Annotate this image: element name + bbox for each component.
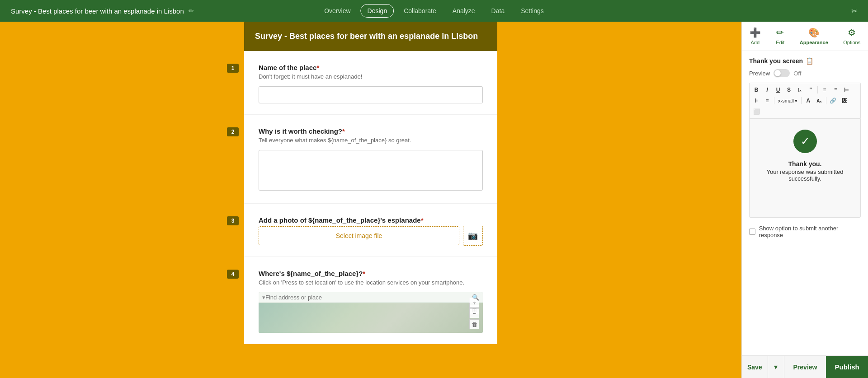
nav-collaborate[interactable]: Collaborate <box>397 5 443 17</box>
appearance-icon: 🎨 <box>808 27 820 38</box>
clipboard-icon: 📋 <box>806 57 813 65</box>
required-star-1: * <box>316 64 319 71</box>
survey-title-text: Survey - Best places for beer with an es… <box>11 7 184 15</box>
align-center-button[interactable]: ⊧ <box>751 96 761 106</box>
top-navigation: Survey - Best places for beer with an es… <box>0 0 868 22</box>
preview-label: Preview <box>749 70 770 77</box>
preview-toggle[interactable] <box>774 69 790 77</box>
toolbar-options[interactable]: ⚙ Options <box>838 25 866 47</box>
map-trash-icon[interactable]: 🗑 <box>469 319 479 329</box>
question-1-hint: Don't forget: it must have an esplanade! <box>259 73 483 80</box>
embed-button[interactable]: ⬜ <box>751 107 761 117</box>
preview-box: ✓ Thank you. Your response was submitted… <box>749 118 861 218</box>
options-icon: ⚙ <box>848 27 856 38</box>
map-dropdown-icon: ▾ <box>262 294 265 301</box>
preview-button[interactable]: Preview <box>784 356 826 378</box>
nav-analyze[interactable]: Analyze <box>446 5 481 17</box>
save-button[interactable]: Save <box>742 364 768 371</box>
toolbar-edit[interactable]: ✏ Edit <box>770 25 790 47</box>
question-1-label: Name of the place* <box>259 64 483 71</box>
off-label: Off <box>793 70 801 77</box>
appearance-label: Appearance <box>800 40 828 45</box>
question-4-label: Where's ${name_of_the_place}?* <box>259 270 483 277</box>
nav-overview[interactable]: Overview <box>318 5 357 17</box>
thankyou-line2: Your response was submitted successfully… <box>757 168 853 182</box>
map-toolbar: ▾ 🔍 <box>259 292 483 303</box>
map-background <box>259 303 483 333</box>
main-layout: Survey - Best places for beer with an es… <box>0 22 868 378</box>
required-star-3: * <box>421 216 424 224</box>
toggle-knob <box>774 70 781 76</box>
survey-wrapper: Survey - Best places for beer with an es… <box>244 22 497 344</box>
edit-title-icon[interactable]: ✏ <box>189 7 194 14</box>
submit-another-checkbox-row: Show option to submit another response <box>749 225 861 238</box>
question-2-textarea[interactable] <box>259 150 483 191</box>
unordered-list-button[interactable]: ⁼ <box>830 85 840 95</box>
map-zoom-out[interactable]: − <box>469 308 479 318</box>
thankyou-title-text: Thank you screen <box>749 57 803 65</box>
image-upload-row: Select image file 📷 <box>259 226 483 246</box>
toolbar-divider-1 <box>817 86 818 93</box>
ordered-list-button[interactable]: ≡ <box>820 85 830 95</box>
question-4: 4 Where's ${name_of_the_place}?* Click o… <box>244 257 497 344</box>
question-2-label: Why is it worth checking?* <box>259 127 483 135</box>
map-search-input[interactable] <box>265 294 472 301</box>
save-dropdown-button[interactable]: ▾ <box>768 356 784 378</box>
question-1-input[interactable] <box>259 86 483 103</box>
right-panel: ➕ Add ✏ Edit 🎨 Appearance ⚙ Options Than… <box>741 22 868 378</box>
nav-design[interactable]: Design <box>361 4 394 18</box>
link-button[interactable]: 🔗 <box>828 96 838 106</box>
question-4-number: 4 <box>227 270 239 279</box>
thankyou-line1: Thank you. <box>788 160 822 168</box>
map-container: ▾ 🔍 ⊞ + − 🗑 <box>259 292 483 333</box>
survey-body: 1 Name of the place* Don't forget: it mu… <box>244 51 497 344</box>
question-3: 3 Add a photo of ${name_of_the_place}'s … <box>244 204 497 257</box>
question-4-hint: Click on 'Press to set location' to use … <box>259 279 483 286</box>
font-bg-button[interactable]: Aₓ <box>814 96 824 106</box>
font-size-dropdown[interactable]: x-small ▾ <box>776 98 799 104</box>
edit-icon: ✏ <box>776 27 784 38</box>
toolbar-add[interactable]: ➕ Add <box>744 25 766 47</box>
question-1-number: 1 <box>227 64 239 73</box>
nav-data[interactable]: Data <box>485 5 511 17</box>
subscript-button[interactable]: Iₓ <box>795 85 805 95</box>
edit-label: Edit <box>776 40 784 45</box>
question-2-hint: Tell everyone what makes ${name_of_the_p… <box>259 137 483 144</box>
bold-button[interactable]: B <box>751 85 761 95</box>
nav-links: Overview Design Collaborate Analyze Data… <box>318 4 550 18</box>
image-button[interactable]: 🖼 <box>839 96 849 106</box>
save-dropdown-icon: ▾ <box>774 363 778 371</box>
camera-icon: 📷 <box>468 231 478 241</box>
toolbar-appearance[interactable]: 🎨 Appearance <box>794 25 834 47</box>
nav-right: ✂ <box>851 7 857 15</box>
options-label: Options <box>843 40 860 45</box>
map-search-icon: 🔍 <box>472 294 479 301</box>
toolbar-divider-2 <box>774 97 774 104</box>
select-image-button[interactable]: Select image file <box>259 226 459 245</box>
align-left-button[interactable]: ⊨ <box>841 85 851 95</box>
italic-button[interactable]: I <box>762 85 772 95</box>
question-1: 1 Name of the place* Don't forget: it mu… <box>244 51 497 115</box>
rich-text-toolbar: B I U S Iₓ " ≡ ⁼ ⊨ ⊧ ≡ x-small ▾ A Aₓ <box>749 83 861 118</box>
font-color-button[interactable]: A <box>803 96 813 106</box>
camera-button[interactable]: 📷 <box>463 226 483 246</box>
thankyou-section-title: Thank you screen 📋 <box>749 57 861 65</box>
underline-button[interactable]: U <box>773 85 783 95</box>
font-size-label: x-small <box>778 98 794 103</box>
align-right-button[interactable]: ≡ <box>762 96 772 106</box>
question-3-number: 3 <box>227 216 239 225</box>
nav-settings[interactable]: Settings <box>514 5 550 17</box>
survey-header-title: Survey - Best places for beer with an es… <box>255 32 478 41</box>
save-area: Save ▾ <box>742 356 784 378</box>
check-circle: ✓ <box>793 130 817 153</box>
scissors-icon[interactable]: ✂ <box>851 7 857 15</box>
right-panel-toolbar: ➕ Add ✏ Edit 🎨 Appearance ⚙ Options <box>742 22 868 51</box>
question-2: 2 Why is it worth checking?* Tell everyo… <box>244 115 497 204</box>
survey-title-nav: Survey - Best places for beer with an es… <box>11 7 194 15</box>
strikethrough-button[interactable]: S <box>784 85 794 95</box>
quote-button[interactable]: " <box>806 85 816 95</box>
submit-another-checkbox[interactable] <box>749 229 755 235</box>
add-label: Add <box>750 40 760 45</box>
form-area: Survey - Best places for beer with an es… <box>0 22 741 378</box>
publish-button[interactable]: Publish <box>826 356 868 378</box>
